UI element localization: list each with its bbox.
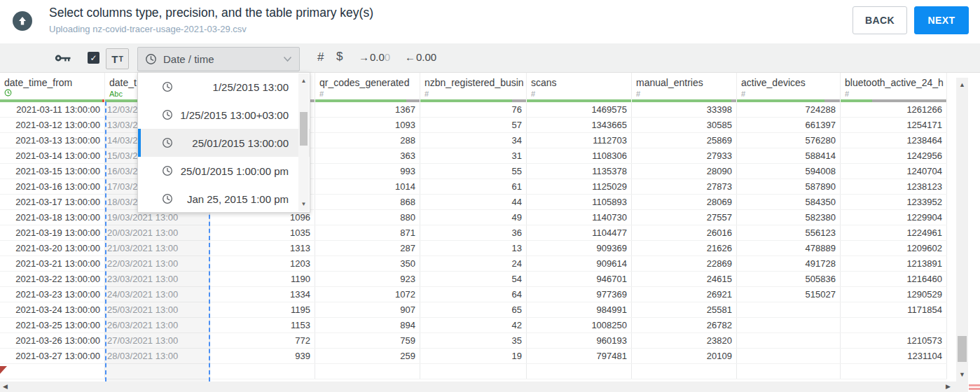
text-type-button[interactable]: T T (106, 48, 129, 69)
cell: 25581 (632, 302, 737, 317)
cell (841, 364, 947, 379)
number-type-button[interactable]: # (317, 50, 324, 64)
cell: 724288 (737, 102, 841, 117)
vertical-scrollbar-thumb[interactable] (958, 336, 967, 362)
cell: 64 (420, 287, 527, 302)
scroll-down-icon[interactable]: ▼ (298, 201, 309, 207)
currency-type-button[interactable]: $ (336, 50, 343, 64)
type-toolbar: ✓ T T Date / time # $ →0.00 ←0.00 (0, 43, 980, 73)
cell: 22/03/2021 13:00 (105, 256, 210, 271)
cell: 30585 (632, 118, 737, 132)
cell: 27933 (632, 148, 737, 163)
cell: 588414 (737, 148, 841, 163)
menu-scrollbar[interactable]: ▲ ▼ (298, 74, 309, 211)
increase-precision-button[interactable]: →0.00 (359, 51, 390, 63)
format-option[interactable]: 25/01/2015 13:00:00 (138, 129, 310, 157)
cell: 65 (420, 302, 527, 317)
scroll-up-icon[interactable]: ▲ (298, 78, 309, 84)
cell: 946701 (527, 272, 632, 286)
cell: 33398 (632, 102, 737, 117)
scroll-left-icon[interactable]: ◀ (3, 382, 8, 392)
cell: 363 (315, 148, 420, 163)
cell: 1469575 (527, 102, 632, 117)
column-header-qr_codes_generated[interactable]: qr_codes_generated# (315, 73, 420, 99)
format-option-label: 1/25/2015 13:00 (173, 81, 289, 93)
cell: 1238123 (841, 179, 947, 194)
dropdown-selected-value: Date / time (163, 53, 283, 65)
cell: 960193 (527, 333, 632, 348)
cell: 1125029 (527, 179, 632, 194)
table-row: 2021-03-27 13:00:0028/03/2021 13:0093925… (0, 349, 947, 364)
primary-key-icon[interactable] (55, 53, 71, 63)
back-button[interactable]: BACK (853, 6, 907, 34)
boolean-type-checkbox[interactable]: ✓ (88, 52, 99, 64)
cell: 1203 (210, 256, 315, 271)
column-header-date_time_from[interactable]: date_time_from (0, 73, 105, 99)
next-button[interactable]: NEXT (914, 6, 969, 34)
cell: 1242956 (841, 148, 947, 163)
cell (737, 349, 841, 363)
cell: 1195 (210, 302, 315, 317)
format-option[interactable]: 1/25/2015 13:00 (138, 73, 310, 101)
cell: 594008 (737, 164, 841, 178)
check-icon: ✓ (90, 54, 97, 62)
datetime-type-dropdown[interactable]: Date / time (137, 47, 300, 71)
clock-icon (145, 53, 157, 65)
cell: 21626 (632, 241, 737, 255)
cell (632, 364, 737, 379)
scroll-right-icon[interactable]: ▶ (946, 382, 951, 392)
column-name: scans (531, 77, 628, 88)
decrease-precision-button[interactable]: ←0.00 (405, 51, 436, 63)
cell: 2021-03-14 13:00:00 (0, 148, 105, 163)
arrow-up-icon (17, 15, 28, 27)
format-option[interactable]: Jan 25, 2015 1:00 pm (138, 185, 310, 213)
format-dropdown-menu: 1/25/2015 13:001/25/2015 13:00+03:0025/0… (137, 72, 310, 213)
cell: 1229904 (841, 210, 947, 225)
column-header-bluetooth_active_24_hr_[interactable]: bluetooth_active_24_hr_# (841, 73, 947, 99)
cell: 1224961 (841, 225, 947, 240)
column-header-manual_entries[interactable]: manual_entries# (632, 73, 737, 99)
scroll-up-icon[interactable]: ▲ (956, 81, 968, 88)
cell (737, 333, 841, 348)
cell: 1238464 (841, 133, 947, 148)
cell: 22869 (632, 256, 737, 271)
menu-scrollbar-thumb[interactable] (300, 112, 308, 146)
cell: 984991 (527, 302, 632, 317)
format-option-label: 25/01/2015 1:00:00 pm (173, 165, 289, 177)
page-title: Select columns type, precision, and the … (49, 6, 373, 20)
format-option-label: 1/25/2015 13:00+03:00 (173, 109, 289, 121)
cell: 556123 (737, 225, 841, 240)
column-name: active_devices (741, 77, 837, 88)
format-option[interactable]: 1/25/2015 13:00+03:00 (138, 101, 310, 129)
cell: 797481 (527, 349, 632, 363)
cell: 49 (420, 210, 527, 225)
cell: 13 (420, 241, 527, 255)
chevron-down-icon (283, 56, 292, 62)
number-type-label: # (531, 89, 628, 99)
column-name: qr_codes_generated (319, 77, 417, 88)
cell: 27/03/2021 13:00 (105, 333, 210, 348)
cell: 28090 (632, 164, 737, 178)
column-header-scans[interactable]: scans# (527, 73, 632, 99)
cell: 1210573 (841, 333, 947, 348)
cell: 1334 (210, 287, 315, 302)
number-type-label: # (845, 89, 944, 99)
cell (315, 364, 420, 379)
cell: 26/03/2021 13:00 (105, 318, 210, 332)
cell: 23/03/2021 13:00 (105, 272, 210, 286)
text-type-label-small: T (118, 55, 123, 63)
column-header-active_devices[interactable]: active_devices# (737, 73, 841, 99)
number-type-label: # (741, 89, 837, 99)
cell: 42 (420, 318, 527, 332)
table-row-empty (0, 364, 947, 379)
upload-icon (13, 11, 32, 31)
cell: 24615 (632, 272, 737, 286)
cell: 2021-03-27 13:00:00 (0, 349, 105, 363)
cell: 25869 (632, 133, 737, 148)
column-header-nzbn_registered_busine[interactable]: nzbn_registered_busine# (420, 73, 527, 99)
scroll-down-icon[interactable]: ▼ (956, 371, 968, 378)
vertical-scrollbar[interactable]: ▲ ▼ (956, 78, 968, 382)
format-option[interactable]: 25/01/2015 1:00:00 pm (138, 157, 310, 185)
horizontal-scrollbar[interactable]: ◀ ▶ (0, 382, 968, 392)
precision-remove-value: 0.00 (416, 51, 436, 63)
